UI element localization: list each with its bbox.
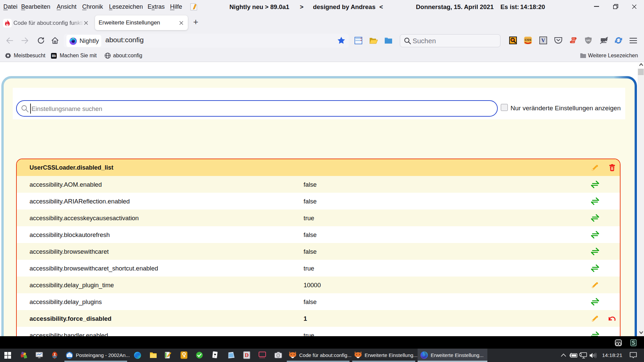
svg-text:D: D [245, 352, 249, 358]
svg-text:CSS: CSS [525, 38, 531, 42]
svg-text:UO: UO [586, 39, 590, 42]
svg-text:V: V [541, 38, 545, 43]
